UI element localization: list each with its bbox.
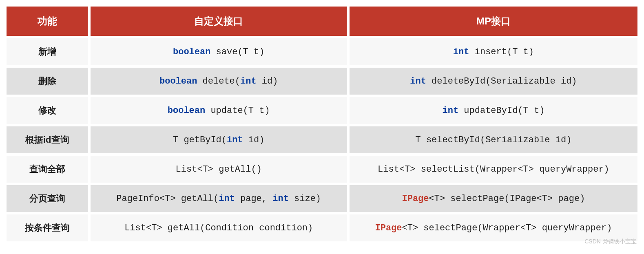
mp-api-cell: int updateById(T t) xyxy=(350,97,637,124)
custom-api-cell: List<T> getAll(Condition condition) xyxy=(91,214,347,241)
mp-api-cell: T selectById(Serializable id) xyxy=(350,126,637,153)
api-compare-table: 功能 自定义接口 MP接口 新增boolean save(T t)int ins… xyxy=(4,4,640,244)
table-row: 新增boolean save(T t)int insert(T t) xyxy=(7,38,637,65)
mp-api-cell: int insert(T t) xyxy=(350,38,637,65)
custom-api-cell: boolean save(T t) xyxy=(91,38,347,65)
table-row: 删除boolean delete(int id)int deleteById(S… xyxy=(7,68,637,95)
table-row: 按条件查询List<T> getAll(Condition condition)… xyxy=(7,214,637,241)
table-header-row: 功能 自定义接口 MP接口 xyxy=(7,7,637,36)
mp-api-cell: List<T> selectList(Wrapper<T> queryWrapp… xyxy=(350,156,637,183)
row-label: 查询全部 xyxy=(7,156,88,183)
mp-api-cell: int deleteById(Serializable id) xyxy=(350,68,637,95)
header-custom: 自定义接口 xyxy=(91,7,347,36)
table-row: 根据id查询T getById(int id)T selectById(Seri… xyxy=(7,126,637,153)
row-label: 按条件查询 xyxy=(7,214,88,241)
row-label: 分页查询 xyxy=(7,185,88,212)
custom-api-cell: boolean update(T t) xyxy=(91,97,347,124)
row-label: 删除 xyxy=(7,68,88,95)
table-row: 修改boolean update(T t)int updateById(T t) xyxy=(7,97,637,124)
row-label: 修改 xyxy=(7,97,88,124)
custom-api-cell: boolean delete(int id) xyxy=(91,68,347,95)
mp-api-cell: IPage<T> selectPage(Wrapper<T> queryWrap… xyxy=(350,214,637,241)
custom-api-cell: T getById(int id) xyxy=(91,126,347,153)
row-label: 根据id查询 xyxy=(7,126,88,153)
mp-api-cell: IPage<T> selectPage(IPage<T> page) xyxy=(350,185,637,212)
table-row: 分页查询PageInfo<T> getAll(int page, int siz… xyxy=(7,185,637,212)
header-fn: 功能 xyxy=(7,7,88,36)
custom-api-cell: List<T> getAll() xyxy=(91,156,347,183)
custom-api-cell: PageInfo<T> getAll(int page, int size) xyxy=(91,185,347,212)
header-mp: MP接口 xyxy=(350,7,637,36)
table-row: 查询全部List<T> getAll()List<T> selectList(W… xyxy=(7,156,637,183)
row-label: 新增 xyxy=(7,38,88,65)
